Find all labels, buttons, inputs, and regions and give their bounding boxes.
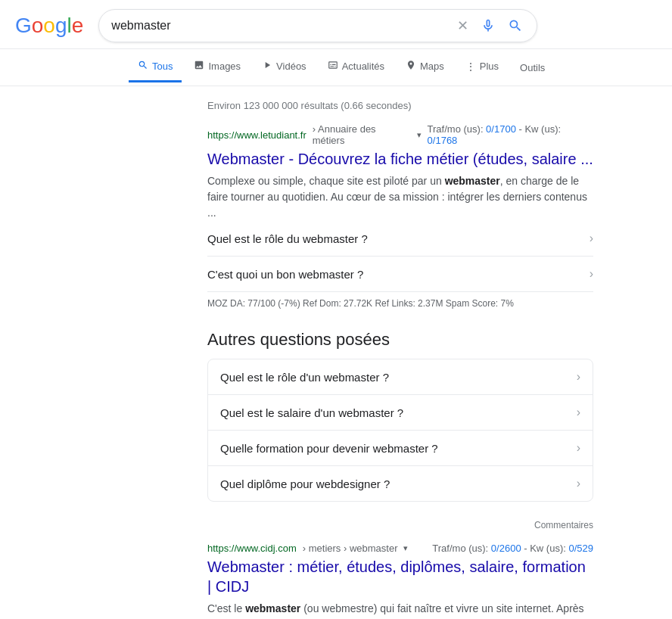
result-2-kw: 0/529 xyxy=(568,543,593,554)
result-1-breadcrumb: › Annuaire des métiers xyxy=(313,123,411,146)
result-2-breadcrumb: › metiers › webmaster xyxy=(303,543,398,554)
search-icon xyxy=(508,18,523,33)
result-1-kw: 0/1768 xyxy=(428,135,458,146)
paa-item-3[interactable]: Quelle formation pour devenir webmaster … xyxy=(208,431,593,466)
tab-tous-label: Tous xyxy=(152,61,173,72)
result-2-traf: 0/2600 xyxy=(491,543,521,554)
results-count: Environ 123 000 000 résultats (0.66 seco… xyxy=(207,100,593,111)
faq-item-1[interactable]: Quel est le rôle du webmaster ? › xyxy=(207,221,593,257)
tools-button[interactable]: Outils xyxy=(511,54,554,81)
result-1-kw-label: - Kw (us): xyxy=(516,123,561,135)
result-2-url: https://www.cidj.com xyxy=(207,543,297,554)
clear-icon: ✕ xyxy=(457,17,468,34)
logo-letter-o2: o xyxy=(43,14,55,38)
tab-images[interactable]: Images xyxy=(185,52,250,82)
search-bar[interactable]: ✕ xyxy=(98,9,537,42)
microphone-button[interactable] xyxy=(479,17,497,35)
clear-button[interactable]: ✕ xyxy=(456,16,470,36)
result-1-snippet: Complexe ou simple, chaque site est pilo… xyxy=(207,173,593,221)
tab-videos[interactable]: Vidéos xyxy=(253,52,316,82)
paa-section: Autres questions posées Quel est le rôle… xyxy=(207,330,593,502)
search-result-2: https://www.cidj.com › metiers › webmast… xyxy=(207,543,593,619)
result-1-url: https://www.letudiant.fr xyxy=(207,129,306,141)
tab-plus-label: Plus xyxy=(480,61,499,72)
logo-letter-o1: o xyxy=(32,14,44,38)
tous-icon xyxy=(138,60,148,73)
result-1-seo-stats: Traf/mo (us): 0/1700 - Kw (us): 0/1768 xyxy=(428,123,593,146)
header: G o o g l e ✕ xyxy=(0,0,672,49)
result-1-moz: MOZ DA: 77/100 (-7%) Ref Dom: 27.72K Ref… xyxy=(207,298,593,309)
tab-tous[interactable]: Tous xyxy=(129,52,182,82)
paa-item-2[interactable]: Quel est le salaire d'un webmaster ? › xyxy=(208,395,593,431)
paa-item-4[interactable]: Quel diplôme pour webdesigner ? › xyxy=(208,466,593,501)
result-2-snippet: C'est le webmaster (ou webmestre) qui fa… xyxy=(207,601,593,619)
tab-plus[interactable]: ⋮ Plus xyxy=(456,53,508,82)
main-content: Environ 123 000 000 résultats (0.66 seco… xyxy=(79,86,593,619)
actualites-icon xyxy=(328,60,338,73)
paa-box: Quel est le rôle d'un webmaster ? › Quel… xyxy=(207,359,593,502)
paa-question-3: Quelle formation pour devenir webmaster … xyxy=(220,442,438,455)
paa-chevron-1: › xyxy=(577,370,580,384)
result-1-title[interactable]: Webmaster - Découvrez la fiche métier (é… xyxy=(207,149,593,169)
result-1-traf: 0/1700 xyxy=(486,123,516,135)
images-icon xyxy=(194,60,204,73)
videos-icon xyxy=(262,60,272,73)
paa-chevron-2: › xyxy=(577,406,580,419)
result-1-dropdown-icon[interactable]: ▾ xyxy=(417,130,422,140)
google-logo: G o o g l e xyxy=(15,14,83,38)
nav-tabs: Tous Images Vidéos Actualités Maps ⋮ Plu… xyxy=(0,49,672,86)
search-result-1: https://www.letudiant.fr › Annuaire des … xyxy=(207,123,593,309)
logo-letter-G: G xyxy=(15,14,32,38)
faq-chevron-1: › xyxy=(590,232,593,245)
result-2-dropdown-icon[interactable]: ▾ xyxy=(403,543,408,553)
search-input[interactable] xyxy=(111,19,450,33)
logo-letter-g: g xyxy=(55,14,67,38)
plus-dots-icon: ⋮ xyxy=(465,61,476,73)
result-2-kw-label: - Kw (us): xyxy=(521,543,569,554)
faq-chevron-2: › xyxy=(590,267,593,281)
result-1-url-line: https://www.letudiant.fr › Annuaire des … xyxy=(207,123,593,146)
paa-question-2: Quel est le salaire d'un webmaster ? xyxy=(220,406,403,419)
tab-maps-label: Maps xyxy=(420,61,444,72)
maps-icon xyxy=(406,60,416,73)
result-2-seo-text: Traf/mo (us): xyxy=(432,543,491,554)
faq-question-1: Quel est le rôle du webmaster ? xyxy=(207,232,368,245)
commentaires-link[interactable]: Commentaires xyxy=(207,520,593,530)
paa-chevron-3: › xyxy=(577,441,580,455)
logo-letter-e: e xyxy=(72,14,84,38)
paa-question-4: Quel diplôme pour webdesigner ? xyxy=(220,477,390,490)
paa-chevron-4: › xyxy=(577,477,580,490)
result-1-seo-text: Traf/mo (us): xyxy=(428,123,487,135)
tab-actualites-label: Actualités xyxy=(342,61,384,72)
paa-title: Autres questions posées xyxy=(207,330,593,350)
result-2-title[interactable]: Webmaster : métier, études, diplômes, sa… xyxy=(207,557,593,596)
mic-icon xyxy=(481,18,496,33)
tab-maps[interactable]: Maps xyxy=(397,52,453,82)
paa-item-1[interactable]: Quel est le rôle d'un webmaster ? › xyxy=(208,359,593,395)
paa-question-1: Quel est le rôle d'un webmaster ? xyxy=(220,371,389,384)
faq-question-2: C'est quoi un bon webmaster ? xyxy=(207,268,363,281)
faq-item-2[interactable]: C'est quoi un bon webmaster ? › xyxy=(207,257,593,292)
tab-videos-label: Vidéos xyxy=(276,61,306,72)
search-button[interactable] xyxy=(506,17,524,35)
tab-actualites[interactable]: Actualités xyxy=(319,52,394,82)
search-icons: ✕ xyxy=(456,16,524,36)
tab-images-label: Images xyxy=(208,61,241,72)
result-2-url-line: https://www.cidj.com › metiers › webmast… xyxy=(207,543,593,554)
result-2-seo-stats: Traf/mo (us): 0/2600 - Kw (us): 0/529 xyxy=(432,543,593,554)
